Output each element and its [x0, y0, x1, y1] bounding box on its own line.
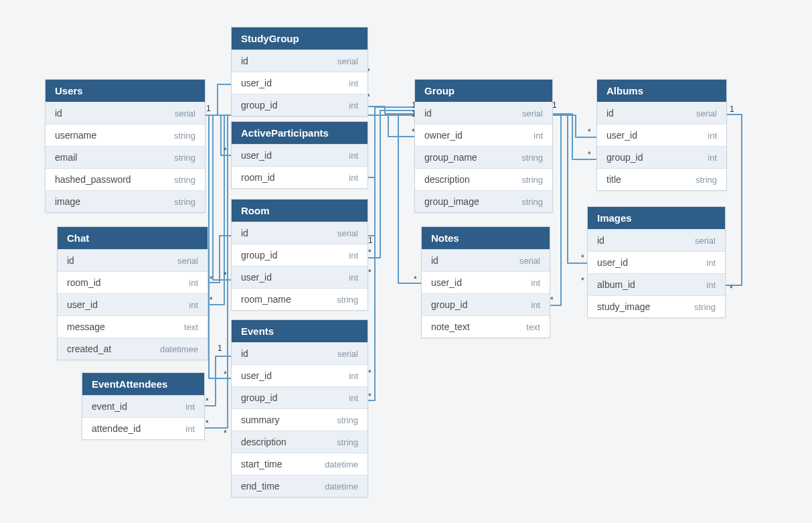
column-row[interactable]: attendee_idint [82, 417, 204, 439]
card-star: * [581, 253, 584, 263]
card-star: * [588, 150, 591, 159]
column-name: summary [241, 415, 280, 425]
column-type: string [696, 175, 717, 185]
column-row[interactable]: summarystring [232, 408, 368, 431]
entity-studygroup[interactable]: StudyGroupidserialuser_idintgroup_idint [231, 27, 368, 117]
column-type: text [184, 322, 198, 332]
column-row[interactable]: room_idint [232, 166, 368, 188]
entity-title[interactable]: Events [232, 320, 368, 342]
entity-title[interactable]: Albums [597, 80, 726, 102]
column-row[interactable]: messagetext [58, 315, 208, 338]
card-star: * [368, 368, 372, 378]
column-row[interactable]: idserial [46, 102, 205, 124]
column-row[interactable]: descriptionstring [415, 168, 552, 190]
column-type: serial [337, 228, 358, 238]
column-row[interactable]: album_idint [588, 273, 725, 295]
column-row[interactable]: group_idint [232, 386, 368, 408]
column-row[interactable]: start_timedatetime [232, 453, 368, 475]
entity-title[interactable]: Images [588, 207, 725, 229]
column-row[interactable]: emailstring [46, 146, 205, 168]
entity-chat[interactable]: Chatidserialroom_idintuser_idintmessaget… [57, 226, 208, 360]
column-row[interactable]: user_idint [588, 251, 725, 273]
column-name: owner_id [424, 130, 463, 141]
entity-activeparticipants[interactable]: ActiveParticipantsuser_idintroom_idint [231, 121, 368, 189]
card-star: * [210, 295, 213, 305]
column-row[interactable]: user_idint [232, 364, 368, 386]
column-type: string [174, 197, 195, 207]
column-name: attendee_id [92, 423, 141, 434]
card-1: 1 [730, 104, 734, 114]
column-row[interactable]: titlestring [597, 168, 726, 190]
entity-room[interactable]: Roomidserialgroup_idintuser_idintroom_na… [231, 199, 368, 311]
column-name: id [241, 56, 248, 66]
entity-title[interactable]: EventAttendees [82, 373, 204, 395]
column-name: group_id [241, 100, 278, 110]
column-row[interactable]: user_idint [232, 72, 368, 94]
column-name: user_id [67, 299, 98, 310]
column-name: description [424, 174, 470, 185]
column-name: image [55, 196, 80, 207]
column-row[interactable]: idserial [232, 50, 368, 72]
entity-title[interactable]: Users [46, 80, 205, 102]
entity-group[interactable]: Groupidserialowner_idintgroup_namestring… [414, 79, 553, 213]
column-name: user_id [241, 78, 272, 88]
column-name: end_time [241, 481, 280, 492]
column-row[interactable]: descriptionstring [232, 431, 368, 453]
column-row[interactable]: user_idint [232, 144, 368, 166]
entity-title[interactable]: StudyGroup [232, 27, 368, 50]
column-row[interactable]: idserial [588, 229, 725, 251]
column-row[interactable]: room_namestring [232, 288, 368, 310]
column-name: id [67, 255, 74, 266]
column-row[interactable]: group_idint [597, 146, 726, 168]
entity-title[interactable]: Group [415, 80, 552, 102]
column-row[interactable]: idserial [597, 102, 726, 124]
column-row[interactable]: group_namestring [415, 146, 552, 168]
column-name: message [67, 321, 105, 332]
entity-notes[interactable]: Notesidserialuser_idintgroup_idintnote_t… [421, 226, 550, 338]
column-row[interactable]: idserial [58, 249, 208, 271]
column-row[interactable]: user_idint [597, 124, 726, 146]
entity-albums[interactable]: Albumsidserialuser_idintgroup_idinttitle… [596, 79, 727, 191]
column-name: user_id [431, 277, 462, 288]
column-row[interactable]: idserial [232, 342, 368, 364]
column-row[interactable]: idserial [232, 222, 368, 244]
card-1: 1 [368, 236, 373, 245]
column-row[interactable]: idserial [422, 249, 550, 271]
column-row[interactable]: hashed_passwordstring [46, 168, 205, 190]
entity-users[interactable]: Usersidserialusernamestringemailstringha… [45, 79, 206, 213]
card-star: * [730, 284, 733, 293]
column-name: user_id [597, 257, 628, 268]
entity-images[interactable]: Imagesidserialuser_idintalbum_idintstudy… [587, 206, 726, 318]
column-row[interactable]: end_timedatetime [232, 475, 368, 497]
column-row[interactable]: group_idint [232, 244, 368, 266]
column-row[interactable]: imagestring [46, 190, 205, 212]
card-star: * [368, 268, 372, 277]
column-type: int [185, 424, 195, 434]
column-name: group_id [431, 299, 468, 310]
column-row[interactable]: note_texttext [422, 315, 550, 338]
entity-title[interactable]: Room [232, 200, 368, 222]
column-row[interactable]: user_idint [422, 271, 550, 293]
column-row[interactable]: user_idint [58, 293, 208, 315]
column-row[interactable]: study_imagestring [588, 295, 725, 317]
column-row[interactable]: group_idint [232, 94, 368, 116]
column-row[interactable]: group_imagestring [415, 190, 552, 212]
column-name: hashed_password [55, 174, 131, 185]
entity-events[interactable]: Eventsidserialuser_idintgroup_idintsumma… [231, 319, 368, 498]
column-row[interactable]: room_idint [58, 271, 208, 293]
column-row[interactable]: usernamestring [46, 124, 205, 146]
entity-eventattendees[interactable]: EventAttendeesevent_idintattendee_idint [82, 372, 205, 440]
column-row[interactable]: owner_idint [415, 124, 552, 146]
entity-title[interactable]: ActiveParticipants [232, 122, 368, 144]
column-type: int [534, 131, 543, 141]
column-row[interactable]: created_atdatetimee [58, 338, 208, 360]
column-row[interactable]: event_idint [82, 395, 204, 417]
card-star: * [550, 295, 554, 305]
entity-title[interactable]: Chat [58, 227, 208, 249]
entity-title[interactable]: Notes [422, 227, 550, 249]
column-row[interactable]: user_idint [232, 266, 368, 288]
card-star: * [210, 275, 213, 284]
column-row[interactable]: group_idint [422, 293, 550, 315]
card-star: * [414, 275, 417, 284]
column-row[interactable]: idserial [415, 102, 552, 124]
